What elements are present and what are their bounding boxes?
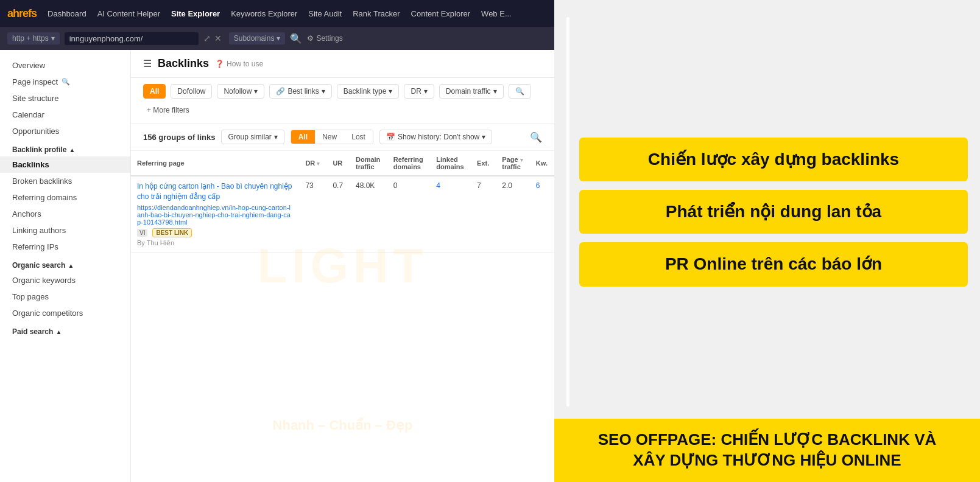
content-area: ☰ Backlinks ❓ How to use All Dofollow No…: [131, 50, 554, 482]
promo-top: Chiến lược xây dựng backlinks Phát triển…: [554, 0, 980, 419]
nav-rank-tracker[interactable]: Rank Tracker: [353, 9, 400, 18]
hamburger-icon[interactable]: ☰: [143, 58, 152, 69]
filter-domain-traffic-button[interactable]: Domain traffic ▾: [439, 84, 504, 99]
nofollow-arrow-icon: ▾: [254, 87, 258, 96]
settings-label: Settings: [316, 34, 342, 43]
domain-traffic-arrow-icon: ▾: [493, 87, 497, 96]
search-small-icon: 🔍: [62, 78, 70, 86]
page-title-link[interactable]: In hộp cứng carton lạnh - Bao bì chuyên …: [137, 181, 293, 202]
more-filters-label: + More filters: [147, 106, 189, 114]
filter-backlink-type-button[interactable]: Backlink type ▾: [337, 84, 400, 99]
table-search-button[interactable]: 🔍: [530, 131, 542, 143]
sidebar-label-organic-competitors: Organic competitors: [12, 309, 83, 318]
sidebar-item-linking-authors[interactable]: Linking authors: [0, 222, 130, 239]
dr-sort-icon: ▾: [317, 161, 320, 167]
sidebar-label-page-inspect: Page inspect: [12, 77, 58, 86]
sidebar-label-backlinks: Backlinks: [12, 160, 49, 169]
sidebar-item-organic-competitors[interactable]: Organic competitors: [0, 305, 130, 321]
external-link-icon[interactable]: ⤢: [203, 33, 211, 43]
filter-dr-button[interactable]: DR ▾: [404, 84, 434, 99]
sidebar-section-backlink-profile[interactable]: Backlink profile ▲: [0, 139, 130, 156]
sidebar-label-opportunities: Opportunities: [12, 127, 59, 136]
filter-nofollow-button[interactable]: Nofollow ▾: [217, 84, 264, 99]
promo-box-1: Chiến lược xây dựng backlinks: [579, 138, 968, 181]
page-url-link[interactable]: https://diendandoanhnghiep.vn/in-hop-cun…: [137, 204, 293, 226]
tab-all[interactable]: All: [291, 130, 315, 144]
sidebar-item-anchors[interactable]: Anchors: [0, 206, 130, 222]
nav-content-explorer[interactable]: Content Explorer: [411, 9, 471, 18]
show-history-button[interactable]: 📅 Show history: Don't show ▾: [379, 130, 492, 144]
sidebar-label-organic-keywords: Organic keywords: [12, 276, 76, 285]
domain-traffic-label: Domain traffic: [446, 87, 491, 96]
sidebar: Overview Page inspect 🔍 Site structure C…: [0, 50, 131, 482]
col-ext[interactable]: Ext.: [471, 151, 496, 176]
sidebar-item-site-structure[interactable]: Site structure: [0, 90, 130, 107]
nav-web-explorer[interactable]: Web E...: [481, 9, 512, 18]
search-filter-button[interactable]: 🔍: [509, 84, 531, 99]
cell-kw[interactable]: 6: [530, 176, 554, 252]
col-page-traffic[interactable]: Page ▾traffic: [496, 151, 530, 176]
tab-new[interactable]: New: [315, 130, 344, 144]
collapse-arrow-icon: ▲: [69, 147, 75, 153]
sidebar-item-referring-ips[interactable]: Referring IPs: [0, 239, 130, 255]
best-links-arrow-icon: ▾: [322, 87, 325, 96]
group-similar-button[interactable]: Group similar ▾: [221, 130, 284, 144]
col-kw[interactable]: Kw.: [530, 151, 554, 176]
best-link-badge: BEST LINK: [152, 228, 192, 237]
promo-bottom-line2: XÂY DỰNG THƯƠNG HIỆU ONLINE: [566, 450, 968, 471]
col-ur[interactable]: UR: [326, 151, 350, 176]
sidebar-section-backlink-label: Backlink profile: [12, 145, 66, 154]
nav-ai-content[interactable]: AI Content Helper: [97, 9, 160, 18]
tab-lost[interactable]: Lost: [344, 130, 373, 144]
nav-dashboard[interactable]: Dashboard: [48, 9, 86, 18]
link-icon: 🔗: [276, 87, 285, 96]
sidebar-item-calendar[interactable]: Calendar: [0, 107, 130, 123]
sidebar-section-paid-label: Paid search: [12, 327, 53, 336]
filter-best-links-button[interactable]: 🔗 Best links ▾: [269, 84, 331, 99]
sidebar-item-referring-domains[interactable]: Referring domains: [0, 189, 130, 206]
url-input[interactable]: [65, 32, 199, 45]
filter-dofollow-button[interactable]: Dofollow: [171, 84, 212, 99]
url-search-button[interactable]: 🔍: [290, 33, 302, 44]
sidebar-section-organic-search[interactable]: Organic search ▲: [0, 255, 130, 272]
col-domain-traffic[interactable]: Domaintraffic: [350, 151, 387, 176]
sidebar-label-linking-authors: Linking authors: [12, 226, 66, 235]
sidebar-section-paid-search[interactable]: Paid search ▲: [0, 321, 130, 338]
sidebar-item-backlinks[interactable]: Backlinks: [0, 156, 130, 173]
nav-keywords[interactable]: Keywords Explorer: [231, 9, 297, 18]
logo[interactable]: ahrefs: [7, 7, 37, 20]
dr-arrow-icon: ▾: [424, 87, 428, 96]
backlinks-table-wrapper: LIGHT Nhanh – Chuẩn – Đẹp Referring page…: [131, 151, 554, 482]
url-icons: ⤢ ✕: [203, 33, 222, 43]
promo-boxes: Chiến lược xây dựng backlinks Phát triển…: [579, 11, 968, 413]
settings-button[interactable]: ⚙ Settings: [307, 34, 342, 43]
gear-icon: ⚙: [307, 34, 314, 43]
protocol-label: http + https: [12, 34, 49, 43]
col-linked-domains[interactable]: Linkeddomains: [430, 151, 471, 176]
col-referring-domains[interactable]: Referringdomains: [387, 151, 431, 176]
col-dr[interactable]: DR ▾: [299, 151, 326, 176]
sidebar-item-organic-keywords[interactable]: Organic keywords: [0, 272, 130, 288]
table-controls: 156 groups of links Group similar ▾ All …: [131, 124, 554, 151]
sidebar-item-overview[interactable]: Overview: [0, 57, 130, 74]
promo-box-3: PR Online trên các báo lớn: [579, 242, 968, 286]
subdomains-arrow-icon: ▾: [277, 34, 280, 43]
collapse-arrow-paid-icon: ▲: [55, 329, 62, 335]
filter-all-button[interactable]: All: [143, 84, 166, 99]
how-to-use-link[interactable]: ❓ How to use: [215, 60, 263, 68]
groups-count: 156 groups of links: [143, 133, 215, 142]
close-icon[interactable]: ✕: [214, 33, 222, 43]
promo-bottom-banner: SEO OFFPAGE: CHIẾN LƯỢC BACKLINK VÀ XÂY …: [554, 419, 980, 482]
sidebar-item-page-inspect[interactable]: Page inspect 🔍: [0, 74, 130, 90]
nav-site-explorer[interactable]: Site Explorer: [171, 9, 220, 18]
language-badge: VI: [137, 229, 147, 237]
sidebar-item-top-pages[interactable]: Top pages: [0, 288, 130, 305]
subdomains-label: Subdomains: [234, 34, 275, 43]
nav-site-audit[interactable]: Site Audit: [308, 9, 342, 18]
more-filters-button[interactable]: + More filters: [143, 103, 193, 117]
sidebar-item-broken-backlinks[interactable]: Broken backlinks: [0, 173, 130, 189]
protocol-dropdown[interactable]: http + https ▾: [7, 32, 60, 44]
cell-linked-domains[interactable]: 4: [430, 176, 471, 252]
sidebar-item-opportunities[interactable]: Opportunities: [0, 123, 130, 139]
subdomains-dropdown[interactable]: Subdomains ▾: [229, 32, 286, 44]
